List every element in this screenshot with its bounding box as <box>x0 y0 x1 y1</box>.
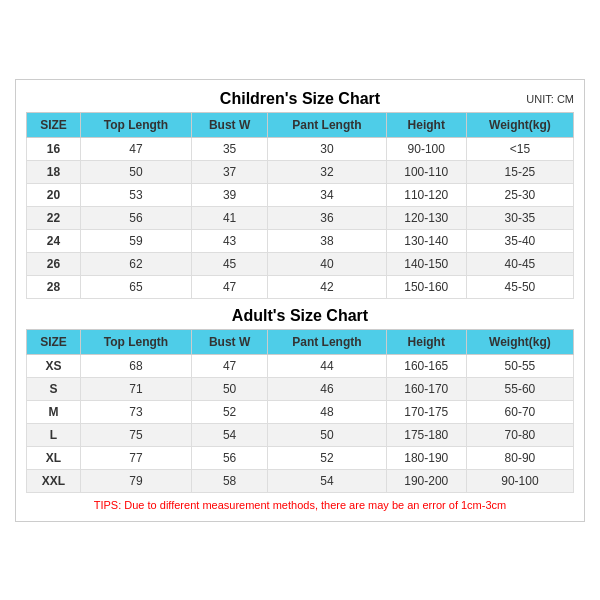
table-cell: 52 <box>192 400 268 423</box>
table-cell: 160-170 <box>386 377 466 400</box>
table-cell: <15 <box>466 137 573 160</box>
table-cell: 18 <box>27 160 81 183</box>
table-cell: 50 <box>268 423 386 446</box>
table-cell: 54 <box>192 423 268 446</box>
table-row: XXL795854190-20090-100 <box>27 469 574 492</box>
table-row: 28654742150-16045-50 <box>27 275 574 298</box>
children-title-row: Children's Size Chart UNIT: CM <box>26 90 574 108</box>
adult-section: Adult's Size Chart SIZE Top Length Bust … <box>26 307 574 493</box>
children-title: Children's Size Chart <box>220 90 380 108</box>
table-cell: 60-70 <box>466 400 573 423</box>
table-cell: 34 <box>268 183 386 206</box>
table-cell: 175-180 <box>386 423 466 446</box>
table-cell: 30 <box>268 137 386 160</box>
table-cell: 20 <box>27 183 81 206</box>
table-cell: XXL <box>27 469 81 492</box>
table-cell: 65 <box>80 275 191 298</box>
table-cell: 90-100 <box>386 137 466 160</box>
adult-tbody: XS684744160-16550-55S715046160-17055-60M… <box>27 354 574 492</box>
size-chart-container: Children's Size Chart UNIT: CM SIZE Top … <box>15 79 585 522</box>
table-row: XS684744160-16550-55 <box>27 354 574 377</box>
children-table: SIZE Top Length Bust W Pant Length Heigh… <box>26 112 574 299</box>
table-cell: 22 <box>27 206 81 229</box>
table-cell: 70-80 <box>466 423 573 446</box>
table-cell: 47 <box>192 354 268 377</box>
table-cell: 37 <box>192 160 268 183</box>
children-col-pant: Pant Length <box>268 112 386 137</box>
table-cell: 170-175 <box>386 400 466 423</box>
table-cell: 180-190 <box>386 446 466 469</box>
table-cell: 44 <box>268 354 386 377</box>
table-cell: 100-110 <box>386 160 466 183</box>
adult-col-height: Height <box>386 329 466 354</box>
adult-col-weight: Weight(kg) <box>466 329 573 354</box>
table-cell: 32 <box>268 160 386 183</box>
table-cell: M <box>27 400 81 423</box>
table-cell: 160-165 <box>386 354 466 377</box>
table-cell: 59 <box>80 229 191 252</box>
table-row: 18503732100-11015-25 <box>27 160 574 183</box>
table-row: S715046160-17055-60 <box>27 377 574 400</box>
table-cell: 35-40 <box>466 229 573 252</box>
children-col-height: Height <box>386 112 466 137</box>
adult-header-row: SIZE Top Length Bust W Pant Length Heigh… <box>27 329 574 354</box>
table-cell: 62 <box>80 252 191 275</box>
children-col-size: SIZE <box>27 112 81 137</box>
adult-title-row: Adult's Size Chart <box>26 307 574 325</box>
table-cell: 50 <box>80 160 191 183</box>
table-cell: 73 <box>80 400 191 423</box>
table-cell: 56 <box>80 206 191 229</box>
adult-col-size: SIZE <box>27 329 81 354</box>
table-cell: 68 <box>80 354 191 377</box>
adult-col-bust: Bust W <box>192 329 268 354</box>
table-row: XL775652180-19080-90 <box>27 446 574 469</box>
table-cell: 48 <box>268 400 386 423</box>
table-cell: 54 <box>268 469 386 492</box>
table-cell: 40 <box>268 252 386 275</box>
table-cell: 50-55 <box>466 354 573 377</box>
table-cell: S <box>27 377 81 400</box>
table-row: 26624540140-15040-45 <box>27 252 574 275</box>
table-cell: 110-120 <box>386 183 466 206</box>
table-cell: 77 <box>80 446 191 469</box>
children-header-row: SIZE Top Length Bust W Pant Length Heigh… <box>27 112 574 137</box>
table-cell: 150-160 <box>386 275 466 298</box>
table-cell: 55-60 <box>466 377 573 400</box>
adult-title: Adult's Size Chart <box>232 307 368 325</box>
table-cell: XS <box>27 354 81 377</box>
table-cell: 41 <box>192 206 268 229</box>
table-cell: L <box>27 423 81 446</box>
table-cell: 47 <box>80 137 191 160</box>
adult-col-pant: Pant Length <box>268 329 386 354</box>
table-cell: 30-35 <box>466 206 573 229</box>
table-cell: 36 <box>268 206 386 229</box>
table-cell: 130-140 <box>386 229 466 252</box>
table-cell: 79 <box>80 469 191 492</box>
table-cell: 140-150 <box>386 252 466 275</box>
table-cell: 39 <box>192 183 268 206</box>
table-cell: 80-90 <box>466 446 573 469</box>
table-row: 24594338130-14035-40 <box>27 229 574 252</box>
table-cell: 56 <box>192 446 268 469</box>
table-cell: 25-30 <box>466 183 573 206</box>
table-cell: 120-130 <box>386 206 466 229</box>
children-thead: SIZE Top Length Bust W Pant Length Heigh… <box>27 112 574 137</box>
table-cell: 53 <box>80 183 191 206</box>
table-row: 22564136120-13030-35 <box>27 206 574 229</box>
table-cell: 40-45 <box>466 252 573 275</box>
table-cell: 24 <box>27 229 81 252</box>
table-cell: 90-100 <box>466 469 573 492</box>
table-cell: 28 <box>27 275 81 298</box>
table-cell: 75 <box>80 423 191 446</box>
table-cell: 46 <box>268 377 386 400</box>
adult-col-top: Top Length <box>80 329 191 354</box>
unit-label: UNIT: CM <box>526 93 574 105</box>
table-row: 20533934110-12025-30 <box>27 183 574 206</box>
table-cell: XL <box>27 446 81 469</box>
children-col-weight: Weight(kg) <box>466 112 573 137</box>
children-col-top: Top Length <box>80 112 191 137</box>
table-cell: 58 <box>192 469 268 492</box>
table-row: 1647353090-100<15 <box>27 137 574 160</box>
table-cell: 38 <box>268 229 386 252</box>
adult-thead: SIZE Top Length Bust W Pant Length Heigh… <box>27 329 574 354</box>
